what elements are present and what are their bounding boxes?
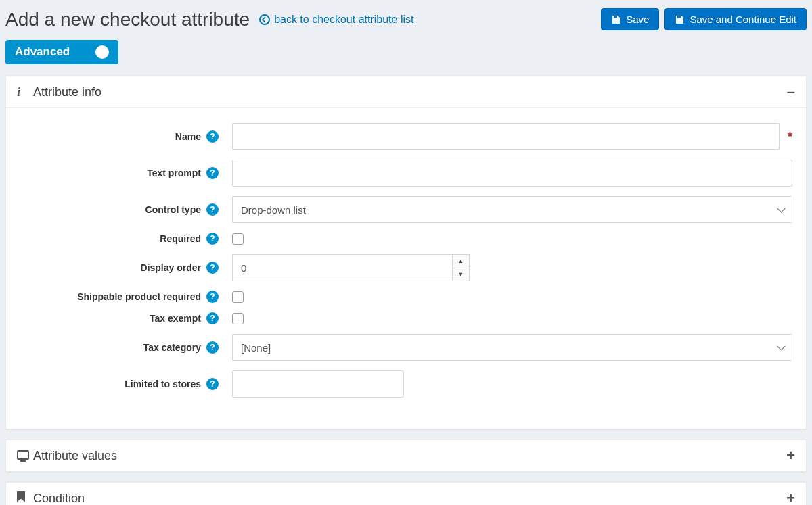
tax-exempt-label: Tax exempt [150, 313, 201, 324]
card-title: Condition [33, 491, 786, 506]
required-star-icon: * [788, 130, 792, 144]
help-icon[interactable]: ? [206, 291, 219, 303]
help-icon[interactable]: ? [206, 378, 219, 390]
stepper-down-button[interactable]: ▼ [452, 268, 470, 281]
save-button[interactable]: Save [601, 8, 659, 30]
name-label: Name [175, 131, 201, 142]
card-header-attribute-info[interactable]: i Attribute info – [6, 76, 806, 107]
help-icon[interactable]: ? [206, 341, 219, 354]
expand-icon[interactable]: + [786, 448, 795, 463]
card-attribute-values: Attribute values + [5, 439, 807, 472]
display-order-input[interactable] [232, 254, 453, 281]
card-header-condition[interactable]: Condition + [6, 483, 806, 505]
info-icon: i [17, 85, 33, 99]
shippable-checkbox[interactable] [232, 291, 244, 303]
shippable-label: Shippable product required [77, 291, 201, 302]
tax-exempt-checkbox[interactable] [232, 313, 244, 324]
card-title: Attribute info [33, 85, 787, 99]
save-icon [611, 15, 621, 24]
card-title: Attribute values [33, 449, 786, 463]
limited-stores-label: Limited to stores [125, 379, 201, 389]
help-icon[interactable]: ? [206, 203, 219, 216]
save-continue-button[interactable]: Save and Continue Edit [664, 8, 807, 30]
control-type-select[interactable]: Drop-down list [232, 196, 792, 223]
save-continue-button-label: Save and Continue Edit [690, 14, 796, 25]
save-icon [675, 15, 684, 24]
card-attribute-info: i Attribute info – Name ? * Text prompt … [5, 75, 807, 429]
card-condition: Condition + [5, 481, 807, 505]
back-link[interactable]: back to checkout attribute list [259, 14, 413, 26]
expand-icon[interactable]: + [786, 491, 795, 505]
text-prompt-input[interactable] [232, 160, 792, 187]
control-type-label: Control type [145, 204, 201, 215]
required-label: Required [160, 233, 201, 244]
save-button-label: Save [626, 14, 649, 25]
help-icon[interactable]: ? [206, 130, 219, 143]
display-order-label: Display order [141, 262, 201, 273]
tax-category-select[interactable]: [None] [232, 334, 792, 361]
arrow-left-circle-icon [259, 14, 270, 25]
limited-stores-input[interactable] [232, 370, 404, 398]
help-icon[interactable]: ? [206, 167, 219, 179]
help-icon[interactable]: ? [206, 233, 219, 245]
required-checkbox[interactable] [232, 233, 244, 245]
page-title: Add a new checkout attribute [5, 9, 250, 30]
name-input[interactable] [232, 123, 780, 150]
help-icon[interactable]: ? [206, 262, 219, 274]
toggle-knob-icon [95, 45, 109, 59]
help-icon[interactable]: ? [206, 312, 219, 324]
advanced-toggle-label: Advanced [15, 45, 70, 59]
text-prompt-label: Text prompt [147, 168, 201, 178]
card-header-attribute-values[interactable]: Attribute values + [6, 440, 806, 471]
advanced-toggle[interactable]: Advanced [5, 40, 118, 64]
monitor-icon [17, 449, 33, 463]
tax-category-label: Tax category [143, 342, 201, 353]
bookmark-icon [17, 491, 33, 506]
collapse-icon[interactable]: – [787, 85, 795, 99]
stepper-up-button[interactable]: ▲ [452, 254, 470, 268]
back-link-label: back to checkout attribute list [274, 14, 413, 26]
